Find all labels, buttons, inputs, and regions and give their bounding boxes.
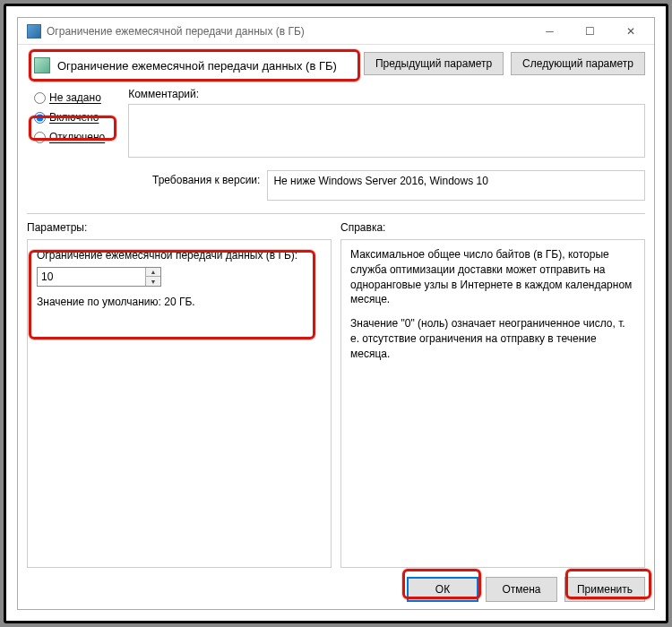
monthly-limit-spinner[interactable]: ▲ ▼ [37,267,161,287]
policy-title-block: Ограничение ежемесячной передачи данных … [27,52,344,79]
help-header: Справка: [340,221,645,234]
content-area: Ограничение ежемесячной передачи данных … [18,45,654,609]
radio-disabled[interactable]: Отключено [30,129,108,145]
close-button[interactable]: ✕ [610,19,650,44]
radio-disabled-input[interactable] [34,132,46,143]
separator [27,213,645,214]
window-controls: ─ ☐ ✕ [530,19,650,44]
comment-label: Комментарий: [128,88,645,100]
version-text: Не ниже Windows Server 2016, Windows 10 [273,175,487,187]
monthly-limit-input[interactable] [38,268,145,286]
policy-title: Ограничение ежемесячной передачи данных … [57,59,337,73]
help-box: Максимальное общее число байтов (в ГБ), … [340,239,645,568]
window-title: Ограничение ежемесячной передачи данных … [47,25,530,38]
help-paragraph-1: Максимальное общее число байтов (в ГБ), … [350,247,635,307]
maximize-button[interactable]: ☐ [570,19,610,44]
radio-not-configured-label: Не задано [49,91,101,104]
apply-button[interactable]: Применить [564,577,645,602]
cancel-button[interactable]: Отмена [486,577,557,602]
radio-not-configured[interactable]: Не задано [30,90,108,106]
policy-icon [34,57,50,73]
radio-disabled-label: Отключено [49,131,105,143]
titlebar: Ограничение ежемесячной передачи данных … [18,18,654,45]
radio-enabled-input[interactable] [34,112,46,124]
radio-not-configured-input[interactable] [34,92,46,104]
app-icon [27,24,41,39]
version-label: Требования к версии: [152,170,260,186]
state-radio-group: Не задано Включено Отключено [27,88,112,158]
ok-button[interactable]: ОК [407,577,478,602]
minimize-button[interactable]: ─ [530,19,570,44]
radio-enabled[interactable]: Включено [30,109,108,125]
next-setting-button[interactable]: Следующий параметр [511,52,645,75]
policy-editor-window: Ограничение ежемесячной передачи данных … [17,17,655,610]
previous-setting-button[interactable]: Предыдущий параметр [364,52,504,75]
params-header: Параметры: [27,221,332,234]
params-box: Ограничение ежемесячной передачи данных … [27,239,332,568]
radio-enabled-label: Включено [49,111,99,124]
spinner-down-button[interactable]: ▼ [146,277,160,286]
spinner-up-button[interactable]: ▲ [146,268,160,277]
help-paragraph-2: Значение "0" (ноль) означает неограничен… [350,316,635,361]
comment-textarea[interactable] [128,104,645,158]
version-requirements: Не ниже Windows Server 2016, Windows 10 [267,170,645,201]
param-label: Ограничение ежемесячной передачи данных … [37,249,322,262]
default-value-text: Значение по умолчанию: 20 ГБ. [37,296,322,308]
